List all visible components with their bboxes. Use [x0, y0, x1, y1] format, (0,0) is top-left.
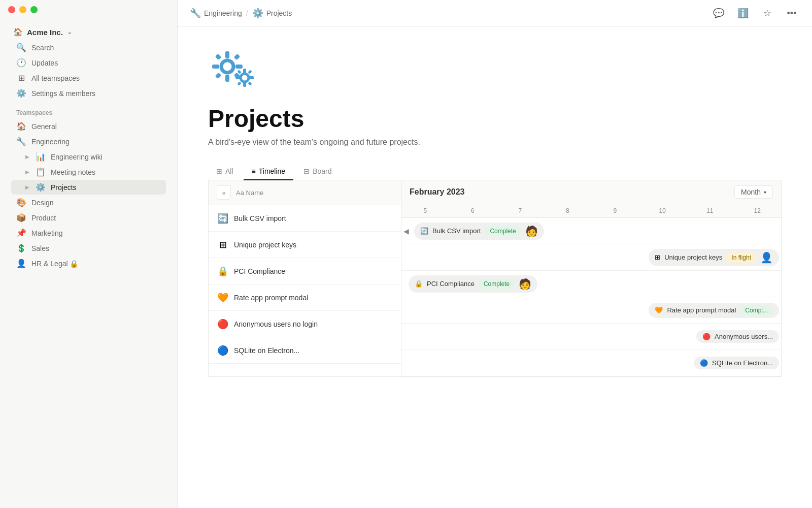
close-button[interactable]: [8, 6, 15, 13]
timeline-row-pci: 🔒 PCI Compliance Complete 🧑: [401, 271, 781, 297]
rate-app-badge: Compl...: [740, 305, 773, 315]
info-button[interactable]: ℹ️: [735, 5, 751, 21]
svg-rect-2: [225, 75, 229, 82]
sidebar-item-sales[interactable]: 💲 Sales: [11, 241, 166, 256]
sidebar-sales-label: Sales: [31, 244, 161, 252]
expand-arrow-icon: ▶: [25, 169, 29, 175]
projects-icon: ⚙️: [36, 182, 46, 192]
sidebar-item-design[interactable]: 🎨 Design: [11, 195, 166, 210]
sidebar-marketing-label: Marketing: [31, 229, 161, 237]
workspace-icon: 🏠: [13, 27, 23, 37]
sqlite-icon: 🔵: [217, 345, 229, 356]
date-8: 8: [544, 204, 592, 217]
settings-icon: ⚙️: [16, 88, 26, 98]
product-icon: 📦: [16, 213, 26, 223]
list-item[interactable]: 🧡 Rate app prompt modal: [209, 284, 401, 311]
sidebar-settings-label: Settings & members: [31, 89, 161, 98]
month-selector-label: Month: [741, 188, 761, 196]
sidebar-all-teamspaces-label: All teamspaces: [31, 74, 161, 82]
bulk-csv-icon: 🔄: [217, 213, 229, 224]
page-description: A bird's-eye view of the team's ongoing …: [208, 138, 782, 147]
rate-app-bar-label: Rate app prompt modal: [667, 306, 736, 314]
bulk-csv-bar[interactable]: 🔄 Bulk CSV import Complete 🧑: [414, 223, 544, 240]
svg-rect-7: [215, 73, 222, 79]
workspace-name[interactable]: 🏠 Acme Inc. ⌄: [8, 24, 169, 40]
timeline-tab-icon: ≡: [252, 167, 256, 175]
marketing-icon: 📌: [16, 228, 26, 238]
sidebar-item-projects[interactable]: ▶ ⚙️ Projects: [11, 180, 166, 195]
search-icon: 🔍: [16, 43, 26, 52]
sidebar-projects-label: Projects: [51, 183, 161, 192]
expand-arrow-icon: ▶: [25, 184, 29, 190]
sqlite-bar-label: SQLite on Electron...: [712, 359, 773, 367]
tab-all[interactable]: ⊞ All: [208, 163, 242, 180]
sidebar-item-engineering-wiki[interactable]: ▶ 📊 Engineering wiki: [11, 149, 166, 164]
unique-keys-icon: ⊞: [217, 239, 229, 250]
engineering-icon: 🔧: [16, 137, 26, 146]
breadcrumb-projects[interactable]: ⚙️ Projects: [252, 8, 292, 19]
breadcrumb-projects-label: Projects: [266, 9, 292, 17]
unique-keys-bar[interactable]: ⊞ Unique project keys In flight 👤: [649, 249, 779, 266]
bulk-csv-bar-label: Bulk CSV import: [432, 227, 481, 235]
anon-icon: 🔴: [217, 319, 229, 330]
rate-app-bar[interactable]: 🧡 Rate app prompt modal Compl...: [649, 303, 779, 318]
sidebar-item-general[interactable]: 🏠 General: [11, 119, 166, 134]
sidebar-item-updates[interactable]: 🕐 Updates: [11, 55, 166, 70]
timeline-row-bulk-csv: ◀ 🔄 Bulk CSV import Complete 🧑: [401, 218, 781, 244]
breadcrumb-engineering-label: Engineering: [204, 9, 242, 17]
grid-icon: ⊞: [16, 73, 26, 83]
collapse-button[interactable]: «: [217, 185, 231, 200]
unique-keys-name: Unique project keys: [234, 241, 296, 249]
date-7: 7: [496, 204, 544, 217]
sidebar-item-all-teamspaces[interactable]: ⊞ All teamspaces: [11, 71, 166, 85]
sidebar-design-label: Design: [31, 199, 161, 207]
sidebar-product-label: Product: [31, 214, 161, 222]
projects-breadcrumb-icon: ⚙️: [252, 8, 263, 19]
anon-bar-icon: 🔴: [702, 333, 710, 340]
sidebar-item-settings[interactable]: ⚙️ Settings & members: [11, 86, 166, 101]
minimize-button[interactable]: [19, 6, 26, 13]
timeline-row-rate-app: 🧡 Rate app prompt modal Compl...: [401, 297, 781, 324]
list-item[interactable]: 🔴 Anonymous users no login: [209, 311, 401, 337]
sidebar-item-search[interactable]: 🔍 Search: [11, 40, 166, 55]
pci-bar[interactable]: 🔒 PCI Compliance Complete 🧑: [409, 275, 537, 293]
sidebar-top: 🏠 Acme Inc. ⌄ 🔍 Search 🕐 Updates ⊞ All t…: [0, 20, 177, 279]
svg-rect-5: [215, 54, 222, 60]
month-selector[interactable]: Month ▾: [734, 185, 773, 199]
svg-rect-15: [248, 70, 252, 74]
pci-name: PCI Compliance: [234, 267, 285, 275]
more-button[interactable]: •••: [784, 5, 800, 21]
timeline-left-panel: « Aa Name 🔄 Bulk CSV import ⊞ Unique pro…: [209, 180, 401, 376]
chevron-down-icon: ⌄: [67, 28, 72, 36]
unique-keys-badge: In flight: [726, 252, 756, 263]
list-item[interactable]: 🔄 Bulk CSV import: [209, 205, 401, 232]
tab-timeline[interactable]: ≡ Timeline: [244, 163, 294, 180]
list-item[interactable]: 🔵 SQLite on Electron...: [209, 337, 401, 364]
sidebar-item-hr-legal[interactable]: 👤 HR & Legal 🔒: [11, 256, 166, 271]
timeline-right-header: February 2023 Month ▾: [401, 180, 781, 204]
tab-board[interactable]: ⊟ Board: [295, 163, 340, 180]
sidebar-item-product[interactable]: 📦 Product: [11, 210, 166, 225]
maximize-button[interactable]: [30, 6, 38, 13]
sqlite-bar[interactable]: 🔵 SQLite on Electron...: [694, 357, 779, 369]
sidebar-item-meeting-notes[interactable]: ▶ 📋 Meeting notes: [11, 165, 166, 179]
teamspaces-section-label: Teamspaces: [8, 101, 169, 118]
list-item[interactable]: ⊞ Unique project keys: [209, 232, 401, 258]
anon-bar[interactable]: 🔴 Anonymous users...: [696, 330, 779, 343]
sidebar-item-engineering[interactable]: 🔧 Engineering: [11, 134, 166, 149]
list-item[interactable]: 🔒 PCI Compliance: [209, 258, 401, 284]
sidebar-item-marketing[interactable]: 📌 Marketing: [11, 226, 166, 240]
svg-point-0: [221, 60, 233, 73]
page-emoji-icon: [208, 47, 782, 99]
comment-button[interactable]: 💬: [710, 5, 727, 21]
header-actions: 💬 ℹ️ ☆ •••: [710, 5, 800, 21]
back-arrow-icon: ◀: [403, 227, 409, 235]
star-button[interactable]: ☆: [759, 5, 775, 21]
all-tab-icon: ⊞: [216, 167, 222, 175]
svg-rect-3: [212, 65, 219, 69]
name-col-header: Aa Name: [236, 189, 263, 197]
date-5: 5: [401, 204, 449, 217]
date-10: 10: [639, 204, 687, 217]
breadcrumb-engineering[interactable]: 🔧 Engineering: [190, 8, 242, 19]
sidebar-general-label: General: [31, 122, 161, 131]
